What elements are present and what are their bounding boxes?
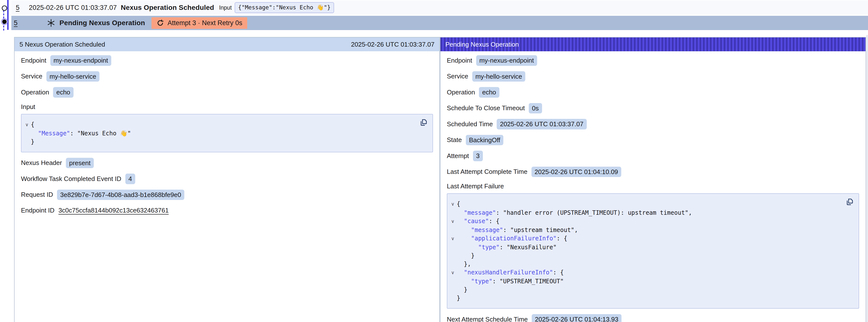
- json-text: "applicationFailureInfo": {: [457, 234, 567, 243]
- event-timestamp: 2025-02-26 UTC 01:03:37.07: [29, 4, 117, 11]
- field-value-badge: 2025-02-26 UTC 01:04:13.93: [532, 314, 621, 322]
- field-value-badge: my-hello-service: [46, 71, 99, 82]
- retry-icon: [156, 19, 164, 27]
- field-label: Scheduled Time: [447, 120, 493, 128]
- input-section-label: Input: [21, 103, 433, 110]
- json-line: }: [23, 137, 418, 146]
- pending-dot-icon: [0, 18, 8, 26]
- json-line: ∨"applicationFailureInfo": {: [449, 234, 844, 243]
- collapse-chevron-icon[interactable]: ∨: [449, 268, 457, 277]
- field-value-badge: my-hello-service: [472, 71, 525, 82]
- field-row: Workflow Task Completed Event ID4: [21, 173, 433, 184]
- json-text: },: [457, 260, 471, 268]
- json-text: {: [31, 120, 34, 129]
- copy-icon[interactable]: [845, 197, 855, 207]
- field-label: Next Attempt Schedule Time: [447, 316, 528, 322]
- failure-section-label: Last Attempt Failure: [447, 183, 859, 190]
- pending-operation-card: Pending Nexus Operation Endpointmy-nexus…: [440, 37, 866, 322]
- json-gutter: [449, 294, 457, 302]
- json-line: ∨{: [23, 120, 418, 129]
- field-label: Service: [447, 72, 468, 80]
- collapse-chevron-icon[interactable]: ∨: [449, 200, 457, 208]
- pending-operation-header: Pending Nexus Operation: [440, 37, 866, 51]
- json-line: },: [449, 260, 844, 268]
- field-value-link[interactable]: 3c0c75ccfa8144b092c13ce632463761: [59, 206, 169, 214]
- field-label: Operation: [447, 89, 475, 96]
- json-gutter: [449, 243, 457, 252]
- field-label: Request ID: [21, 191, 53, 198]
- field-row: Endpoint ID3c0c75ccfa8144b092c13ce632463…: [21, 205, 433, 215]
- field-value-badge: 3e829b7e-7d67-4b08-aad3-b1e868bfe9e0: [57, 190, 184, 200]
- collapse-chevron-icon[interactable]: ∨: [449, 234, 457, 243]
- field-row: Attempt3: [447, 151, 859, 161]
- event-input-preview-chip: {"Message":"Nexus Echo 👋"}: [235, 2, 334, 13]
- json-text: "type": "NexusFailure": [457, 243, 557, 252]
- event-detail-fields-top: Endpointmy-nexus-endpointServicemy-hello…: [21, 55, 433, 98]
- json-gutter: [23, 137, 31, 146]
- json-line: "Message": "Nexus Echo 👋": [23, 129, 418, 137]
- event-title: Pending Nexus Operation: [59, 19, 145, 27]
- field-label: Endpoint: [447, 57, 472, 64]
- field-label: State: [447, 136, 462, 144]
- json-gutter: [449, 286, 457, 294]
- field-row: Operationecho: [21, 87, 433, 98]
- field-row: Endpointmy-nexus-endpoint: [21, 55, 433, 66]
- json-text: "message": "handler error (UPSTREAM_TIME…: [457, 208, 692, 217]
- event-row-pending-nexus-operation[interactable]: 5 Pending Nexus Operation Attempt 3 · Ne…: [11, 16, 868, 30]
- event-detail-header: 5 Nexus Operation Scheduled 2025-02-26 U…: [14, 37, 439, 51]
- event-id-link[interactable]: 5: [14, 19, 18, 27]
- pending-operation-footer-field: Next Attempt Schedule Time2025-02-26 UTC…: [447, 314, 859, 322]
- field-row: Servicemy-hello-service: [447, 71, 859, 82]
- field-value-badge: 3: [473, 151, 483, 161]
- field-value-badge: BackingOff: [466, 135, 503, 146]
- json-line: }: [449, 252, 844, 260]
- json-text: "message": "upstream timeout",: [457, 226, 578, 234]
- input-json-block: ∨{"Message": "Nexus Echo 👋"}: [21, 114, 433, 152]
- json-gutter: [23, 129, 31, 137]
- json-gutter: [449, 252, 457, 260]
- copy-icon[interactable]: [419, 118, 429, 128]
- json-line: "message": "handler error (UPSTREAM_TIME…: [449, 208, 844, 217]
- collapse-chevron-icon[interactable]: ∨: [23, 120, 31, 129]
- field-value-badge: 2025-02-26 UTC 01:03:37.07: [497, 119, 587, 129]
- json-line: "type": "NexusFailure": [449, 243, 844, 252]
- json-line: ∨"nexusHandlerFailureInfo": {: [449, 268, 844, 277]
- pending-operation-fields: Endpointmy-nexus-endpointServicemy-hello…: [447, 55, 859, 177]
- event-detail-fields-bottom: Nexus HeaderpresentWorkflow Task Complet…: [21, 158, 433, 216]
- field-value-badge: 2025-02-26 UTC 01:04:10.09: [531, 167, 621, 177]
- field-row: Operationecho: [447, 87, 859, 98]
- event-id-link[interactable]: 5: [16, 4, 20, 11]
- json-gutter: [449, 260, 457, 268]
- field-value-badge: 0s: [529, 103, 542, 114]
- event-detail-header-title: 5 Nexus Operation Scheduled: [20, 41, 105, 48]
- json-line: ∨{: [449, 200, 844, 208]
- field-label: Schedule To Close Timeout: [447, 104, 525, 112]
- json-text: "Message": "Nexus Echo 👋": [31, 129, 131, 137]
- json-line: "message": "upstream timeout",: [449, 226, 844, 234]
- field-value-badge: my-nexus-endpoint: [476, 55, 537, 66]
- json-line: ∨"cause": {: [449, 217, 844, 226]
- field-value-badge: present: [66, 158, 94, 168]
- event-title: Nexus Operation Scheduled: [121, 4, 214, 11]
- failure-json-lines: ∨{"message": "handler error (UPSTREAM_TI…: [449, 200, 844, 302]
- event-detail-card: 5 Nexus Operation Scheduled 2025-02-26 U…: [14, 37, 440, 322]
- field-label: Workflow Task Completed Event ID: [21, 175, 121, 183]
- field-value-badge: echo: [53, 87, 73, 98]
- json-text: {: [457, 200, 460, 208]
- json-text: }: [457, 252, 474, 260]
- attempt-retry-badge: Attempt 3 · Next Retry 0s: [152, 17, 247, 29]
- json-text: }: [457, 294, 460, 302]
- collapse-chevron-icon[interactable]: ∨: [449, 217, 457, 226]
- attempt-retry-label: Attempt 3 · Next Retry 0s: [167, 19, 242, 27]
- pending-operation-header-title: Pending Nexus Operation: [445, 41, 519, 48]
- json-text: }: [31, 137, 34, 146]
- field-row: Request ID3e829b7e-7d67-4b08-aad3-b1e868…: [21, 190, 433, 200]
- field-value-badge: echo: [479, 87, 499, 98]
- asterisk-icon: [46, 19, 56, 27]
- field-row: Scheduled Time2025-02-26 UTC 01:03:37.07: [447, 119, 859, 129]
- failure-json-block: ∨{"message": "handler error (UPSTREAM_TI…: [447, 193, 859, 309]
- event-row-nexus-operation-scheduled[interactable]: 5 2025-02-26 UTC 01:03:37.07 Nexus Opera…: [11, 0, 868, 15]
- pending-operation-body: Endpointmy-nexus-endpointServicemy-hello…: [440, 51, 866, 322]
- field-label: Nexus Header: [21, 159, 62, 167]
- field-label: Service: [21, 72, 42, 80]
